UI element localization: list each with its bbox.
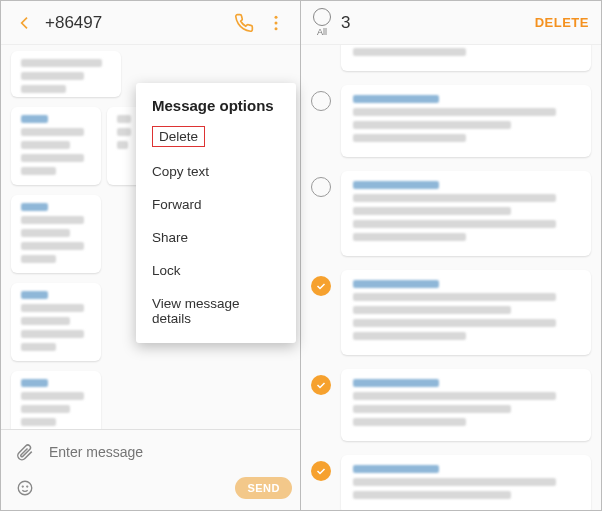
emoji-icon[interactable] bbox=[9, 472, 41, 504]
select-all-label: All bbox=[317, 27, 327, 37]
row-checkbox[interactable] bbox=[311, 177, 331, 197]
call-icon[interactable] bbox=[228, 7, 260, 39]
compose-bar: SEND bbox=[1, 429, 300, 510]
row-checkbox[interactable] bbox=[311, 461, 331, 481]
message-input[interactable] bbox=[49, 444, 292, 460]
list-item[interactable] bbox=[311, 171, 591, 256]
contact-number: +86497 bbox=[45, 13, 102, 33]
svg-point-2 bbox=[275, 27, 278, 30]
menu-item-lock[interactable]: Lock bbox=[152, 254, 280, 287]
svg-point-1 bbox=[275, 21, 278, 24]
message-bubble[interactable] bbox=[11, 195, 101, 273]
dual-screenshot-frame: +86497 bbox=[0, 0, 602, 511]
message-bubble[interactable] bbox=[11, 371, 101, 429]
message-bubble[interactable] bbox=[11, 283, 101, 361]
message-bubble[interactable] bbox=[341, 455, 591, 510]
select-all-checkbox[interactable] bbox=[313, 8, 331, 26]
menu-title: Message options bbox=[152, 97, 280, 114]
list-item[interactable] bbox=[311, 270, 591, 355]
send-button[interactable]: SEND bbox=[235, 477, 292, 499]
panel-selection: All 3 DELETE bbox=[301, 1, 601, 510]
delete-action[interactable]: DELETE bbox=[535, 15, 589, 30]
svg-point-0 bbox=[275, 15, 278, 18]
selection-header: All 3 DELETE bbox=[301, 1, 601, 45]
message-bubble[interactable] bbox=[341, 369, 591, 441]
select-all-toggle[interactable]: All bbox=[313, 8, 331, 37]
message-bubble[interactable] bbox=[341, 45, 591, 71]
row-checkbox[interactable] bbox=[311, 91, 331, 111]
back-icon[interactable] bbox=[9, 7, 41, 39]
menu-item-copy[interactable]: Copy text bbox=[152, 155, 280, 188]
menu-item-details[interactable]: View message details bbox=[152, 287, 280, 335]
message-bubble[interactable] bbox=[11, 107, 101, 185]
attach-icon[interactable] bbox=[9, 436, 41, 468]
selection-list bbox=[301, 45, 601, 510]
overflow-menu-icon[interactable] bbox=[260, 7, 292, 39]
list-item[interactable] bbox=[311, 369, 591, 441]
message-bubble[interactable] bbox=[341, 270, 591, 355]
conversation-header: +86497 bbox=[1, 1, 300, 45]
svg-point-5 bbox=[27, 486, 28, 487]
svg-point-4 bbox=[22, 486, 23, 487]
list-item[interactable] bbox=[311, 455, 591, 510]
message-bubble[interactable] bbox=[11, 51, 121, 97]
message-bubble[interactable] bbox=[341, 171, 591, 256]
menu-item-forward[interactable]: Forward bbox=[152, 188, 280, 221]
row-checkbox[interactable] bbox=[311, 276, 331, 296]
list-item[interactable] bbox=[311, 85, 591, 157]
row-checkbox[interactable] bbox=[311, 375, 331, 395]
menu-item-share[interactable]: Share bbox=[152, 221, 280, 254]
list-item[interactable] bbox=[311, 45, 591, 71]
message-options-menu: Message options Delete Copy text Forward… bbox=[136, 83, 296, 343]
menu-item-delete[interactable]: Delete bbox=[152, 126, 205, 147]
message-bubble[interactable] bbox=[341, 85, 591, 157]
svg-point-3 bbox=[18, 481, 32, 495]
selected-count: 3 bbox=[341, 13, 350, 33]
panel-conversation: +86497 bbox=[1, 1, 301, 510]
